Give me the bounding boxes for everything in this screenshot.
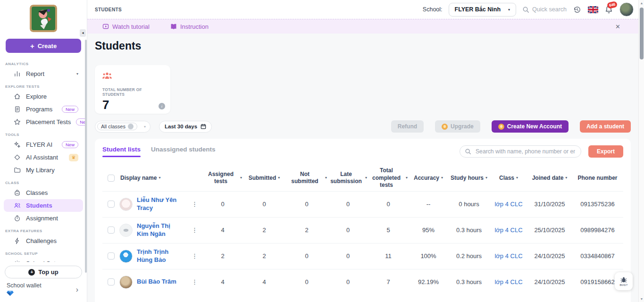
student-name-link[interactable]: Bùi Bảo Trâm xyxy=(137,278,176,286)
refund-button[interactable]: Refund xyxy=(391,120,424,133)
user-avatar[interactable] xyxy=(619,2,634,17)
late-submission-value: 0 xyxy=(328,201,368,208)
row-menu-button[interactable]: ⋮ xyxy=(189,226,201,235)
scrollbar-thumb[interactable] xyxy=(640,8,644,59)
student-avatar xyxy=(119,276,133,289)
col-submitted[interactable]: Submitted▾ xyxy=(243,173,285,184)
student-search xyxy=(460,145,581,158)
col-display-name[interactable]: Display name▾ xyxy=(119,173,202,184)
add-a-student-label: Add a student xyxy=(586,123,624,130)
class-filter-select[interactable]: All classes ▾ xyxy=(95,121,151,133)
sidebar-scrollbar[interactable] xyxy=(85,40,87,273)
scroll-down-icon[interactable]: ▼ xyxy=(639,297,644,301)
instruction-link[interactable]: Instruction xyxy=(170,23,209,30)
sidebar-item-challenges[interactable]: Challenges xyxy=(4,235,83,247)
row-menu-button[interactable]: ⋮ xyxy=(189,200,201,209)
col-assigned-tests[interactable]: Assigned tests▾ xyxy=(202,169,243,187)
school-selector[interactable]: FLYER Bắc Ninh ▾ xyxy=(449,3,517,17)
language-button[interactable] xyxy=(588,6,598,13)
export-button[interactable]: Export xyxy=(588,145,623,158)
breadcrumb: STUDENTS xyxy=(95,7,122,12)
school-wallet[interactable]: School wallet › xyxy=(5,278,82,298)
row-menu-button[interactable]: ⋮ xyxy=(189,277,201,286)
col-accuracy[interactable]: Accuracy▾ xyxy=(409,173,448,184)
row-menu-button[interactable]: ⋮ xyxy=(189,252,201,260)
notification-count-badge: 646 xyxy=(607,0,618,8)
col-total-completed[interactable]: Total completed tests▾ xyxy=(368,165,409,191)
sidebar-item-flyer-ai[interactable]: FLYER AI New xyxy=(4,138,83,151)
backpack-icon xyxy=(13,189,21,197)
sort-icon: ▾ xyxy=(565,176,567,180)
sidebar-item-school-setup[interactable]: School Setup ▾ xyxy=(4,257,83,262)
school-logo-image xyxy=(30,5,57,32)
sidebar-item-report[interactable]: Report ▾ xyxy=(4,67,83,80)
sidebar-item-label: Challenges xyxy=(26,237,57,244)
class-link[interactable]: lớp 4 CLC xyxy=(490,278,527,285)
col-study-hours[interactable]: Study hours▾ xyxy=(448,173,490,184)
notifications-button[interactable]: 646 xyxy=(604,5,613,14)
class-link[interactable]: lớp 4 CLC xyxy=(490,226,527,234)
sidebar-item-label: Students xyxy=(26,202,52,209)
select-all-checkbox[interactable] xyxy=(108,175,115,182)
history-button[interactable] xyxy=(573,5,582,14)
add-a-student-button[interactable]: Add a student xyxy=(580,120,631,133)
row-checkbox[interactable] xyxy=(108,201,115,208)
row-checkbox[interactable] xyxy=(108,278,115,285)
sidebar: ◂ + Create ANALYTICS Report ▾ EXPLORE TE… xyxy=(0,0,87,302)
student-name-link[interactable]: Trịnh Trịnh Hùng Bảo xyxy=(137,248,183,264)
assigned-tests-value: 0 xyxy=(202,201,243,208)
upgrade-button[interactable]: Upgrade xyxy=(435,120,480,133)
joined-date-value: 31/10/2025 xyxy=(527,201,572,208)
col-joined-date[interactable]: Joined date▾ xyxy=(527,173,572,184)
top-up-button[interactable]: + Top up xyxy=(5,266,82,278)
scroll-up-icon[interactable]: ▲ xyxy=(639,1,644,5)
sidebar-item-ai-assistant[interactable]: AI Assistant ♛ xyxy=(4,151,83,164)
sidebar-item-my-library[interactable]: My Library xyxy=(4,164,83,176)
sidebar-item-students[interactable]: Students xyxy=(4,199,83,212)
sidebar-item-programs[interactable]: Programs New xyxy=(4,103,83,116)
tab-student-lists[interactable]: Student lists xyxy=(102,146,141,157)
remove-chip-icon[interactable] xyxy=(128,124,134,129)
create-button[interactable]: + Create xyxy=(6,39,81,53)
class-link[interactable]: lớp 4 CLC xyxy=(490,252,527,260)
total-completed-value: 7 xyxy=(368,278,409,285)
phone-number-value: 0913575236 xyxy=(572,201,623,208)
chevron-right-icon: › xyxy=(76,286,78,294)
class-link[interactable]: lớp 4 CLC xyxy=(490,201,527,208)
col-not-submitted[interactable]: Not submitted▾ xyxy=(285,169,328,187)
sidebar-item-classes[interactable]: Classes xyxy=(4,186,83,199)
row-checkbox[interactable] xyxy=(108,252,115,260)
sidebar-item-placement-tests[interactable]: Placement Tests New xyxy=(4,116,83,128)
date-range-filter[interactable]: Last 30 days xyxy=(159,121,212,133)
sort-icon: ▾ xyxy=(485,176,487,180)
student-name-link[interactable]: Nguyễn Thị Kim Ngân xyxy=(137,222,183,238)
student-name-link[interactable]: Liễu Như Yên Tracy xyxy=(137,196,183,212)
total-students-card: TOTAL NUMBER OF STUDENTS 7 i xyxy=(95,65,170,114)
section-label-tools: TOOLS xyxy=(5,133,87,137)
row-checkbox[interactable] xyxy=(108,226,115,234)
study-hours-value: 0 hours xyxy=(448,201,490,208)
page-title: Students xyxy=(95,40,631,52)
late-submission-value: 0 xyxy=(328,278,368,285)
info-icon[interactable]: i xyxy=(159,103,165,109)
page-scrollbar[interactable]: ▲ ▼ xyxy=(638,0,644,302)
sidebar-collapse-button[interactable]: ◂ xyxy=(80,29,86,37)
create-new-account-button[interactable]: Create New Account xyxy=(492,120,569,133)
assigned-tests-value: 2 xyxy=(202,252,243,260)
total-completed-value: 11 xyxy=(368,252,409,260)
sidebar-item-explore[interactable]: Explore xyxy=(4,90,83,103)
col-late-submission[interactable]: Late submission▾ xyxy=(328,169,368,187)
accuracy-value: 95% xyxy=(409,226,448,234)
student-search-input[interactable] xyxy=(475,148,576,155)
watch-tutorial-link[interactable]: Watch tutorial xyxy=(102,23,150,30)
tab-unassigned-students[interactable]: Unassigned students xyxy=(151,146,216,157)
report-bug-button[interactable]: BUG? xyxy=(615,272,633,290)
study-hours-value: 0.2 hours xyxy=(448,252,490,260)
new-badge: New xyxy=(62,141,78,148)
top-up-label: Top up xyxy=(38,268,58,276)
quick-search[interactable]: Quick search xyxy=(522,6,567,13)
col-class[interactable]: Class▾ xyxy=(490,173,527,184)
sidebar-item-assignment[interactable]: Assignment xyxy=(4,212,83,225)
col-phone-number: Phone number xyxy=(572,173,623,184)
close-icon[interactable]: ✕ xyxy=(615,23,620,30)
